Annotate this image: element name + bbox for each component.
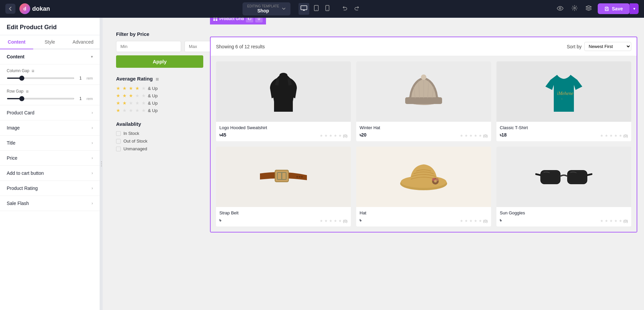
product-rating-winter-hat: ★ ★ ★ ★ ★ (0) (460, 134, 488, 138)
sidebar-item-image[interactable]: Image › (0, 120, 100, 136)
sidebar-item-sale-flash[interactable]: Sale Flash › (0, 196, 100, 211)
settings-button[interactable] (570, 3, 580, 15)
tablet-icon (314, 5, 319, 11)
save-label: Save (612, 6, 623, 11)
star-4: ★ (135, 86, 140, 91)
rating-3-row[interactable]: ★ ★ ★ ★ ★ & Up (116, 93, 203, 98)
product-rating-sunglasses: ★ ★ ★ ★ ★ (0) (600, 219, 628, 223)
add-to-cart-label: Add to cart button (7, 170, 44, 176)
topbar-left: d dokan (5, 3, 50, 14)
product-image-hoodie (216, 61, 351, 122)
panel-content: Content ▾ Column Gap 🖥 1 rem Row Gap (0, 49, 100, 310)
star-1: ★ (116, 93, 120, 98)
rating-1-row[interactable]: ★ ★ ★ ★ ★ & Up (116, 108, 203, 113)
availability-filter-title: Availablity (116, 121, 203, 127)
svg-point-2 (316, 9, 317, 10)
product-image-winter-hat (356, 61, 491, 122)
svg-rect-10 (216, 18, 217, 18)
product-price-straw-hat: ৳ (360, 217, 361, 223)
column-gap-unit: rem (87, 76, 93, 80)
sidebar-item-product-card[interactable]: Product Card › (0, 105, 100, 120)
undo-button[interactable] (339, 3, 350, 14)
product-name-sunglasses: Sun Goggles (500, 210, 628, 215)
column-gap-slider[interactable] (7, 78, 74, 79)
sidebar-item-add-to-cart[interactable]: Add to cart button › (0, 166, 100, 181)
products-grid: Logo Hooded Sweatshirt ৳45 ★ ★ ★ ★ ★ (211, 56, 637, 232)
product-card-sunglasses[interactable]: Sun Goggles ৳ ★ ★ ★ ★ ★ (0 (496, 147, 631, 226)
column-gap-slider-row: 1 rem (7, 76, 93, 81)
star-1: ★ (116, 108, 120, 113)
copy-icon (248, 18, 252, 20)
grid-delete-button[interactable] (255, 18, 263, 22)
price-min-input[interactable] (116, 41, 181, 52)
rating-4-row[interactable]: ★ ★ ★ ★ ★ & Up (116, 86, 203, 91)
save-arrow-button[interactable]: ▾ (630, 3, 639, 14)
mobile-icon (325, 5, 329, 11)
product-info-sunglasses: Sun Goggles ৳ ★ ★ ★ ★ ★ (0 (496, 207, 631, 226)
straw-hat-svg (397, 155, 450, 199)
save-button[interactable]: Save (598, 3, 630, 14)
editing-template-content: EDITING TEMPLATE Shop (247, 4, 279, 13)
sidebar-item-price[interactable]: Price › (0, 151, 100, 166)
product-rating-tshirt: ★ ★ ★ ★ ★ (0) (600, 134, 628, 138)
product-name-winter-hat: Winter Hat (360, 125, 488, 130)
rating-2-row[interactable]: ★ ★ ★ ★ ★ & Up (116, 100, 203, 106)
column-gap-label: Column Gap 🖥 (7, 68, 93, 73)
product-card-hoodie[interactable]: Logo Hooded Sweatshirt ৳45 ★ ★ ★ ★ ★ (216, 61, 351, 141)
availability-in-stock[interactable]: In Stock (116, 131, 203, 136)
grid-copy-button[interactable] (246, 18, 253, 22)
out-of-stock-checkbox[interactable] (116, 139, 121, 144)
content-section-arrow: ▾ (91, 54, 93, 59)
rating-3-label: & Up (148, 93, 158, 98)
svg-rect-0 (301, 6, 307, 10)
svg-point-6 (574, 7, 576, 9)
row-gap-slider[interactable] (7, 98, 74, 99)
product-card-straw-hat[interactable]: Hat ৳ ★ ★ ★ ★ ★ (0) (356, 147, 491, 226)
tab-advanced[interactable]: Advanced (66, 35, 100, 49)
star-4: ★ (135, 93, 140, 98)
product-info-tshirt: Classic T-Shirt ৳18 ★ ★ ★ ★ ★ (496, 122, 631, 141)
preview-button[interactable] (555, 3, 566, 14)
availability-out-of-stock[interactable]: Out of Stock (116, 139, 203, 144)
sidebar-item-product-rating[interactable]: Product Rating › (0, 181, 100, 196)
tab-style[interactable]: Style (33, 35, 66, 49)
layers-button[interactable] (584, 3, 594, 14)
sort-select[interactable]: Newest First Oldest First Price Low to H… (584, 42, 631, 51)
price-filter-title: Filter by Price (116, 31, 203, 37)
back-button[interactable] (5, 4, 15, 14)
sunglasses-svg (535, 160, 592, 194)
resize-handle[interactable] (100, 18, 103, 310)
tab-content[interactable]: Content (0, 35, 33, 49)
content-section-header[interactable]: Content ▾ (0, 49, 100, 64)
redo-button[interactable] (352, 3, 362, 14)
unmanaged-checkbox[interactable] (116, 147, 121, 151)
svg-rect-7 (606, 7, 608, 8)
save-button-group: Save ▾ (598, 3, 639, 14)
title-label: Title (7, 140, 15, 146)
product-info-straw-hat: Hat ৳ ★ ★ ★ ★ ★ (0) (356, 207, 491, 226)
editing-template-button[interactable]: EDITING TEMPLATE Shop (243, 2, 290, 15)
product-card-belt[interactable]: Strap Belt ৳ ★ ★ ★ ★ ★ (0) (216, 147, 351, 226)
tablet-device-button[interactable] (312, 3, 321, 15)
mobile-device-button[interactable] (323, 3, 331, 15)
trash-icon (257, 18, 261, 20)
editing-template-value: Shop (257, 8, 269, 13)
filter-icon: ⊠ (156, 77, 159, 81)
product-rating-belt: ★ ★ ★ ★ ★ (0) (320, 219, 347, 223)
desktop-device-button[interactable] (299, 3, 309, 15)
topbar-center: EDITING TEMPLATE Shop (243, 2, 362, 15)
rating-filter-section: Average Rating ⊠ ★ ★ ★ ★ ★ & Up ★ (116, 76, 203, 113)
left-panel: Edit Product Grid Content Style Advanced… (0, 18, 100, 310)
svg-point-22 (421, 74, 426, 80)
star-1: ★ (116, 86, 120, 91)
sidebar-item-title[interactable]: Title › (0, 136, 100, 151)
star-1: ★ (116, 100, 120, 106)
availability-unmanaged[interactable]: Unmanaged (116, 146, 203, 151)
in-stock-checkbox[interactable] (116, 131, 121, 136)
out-of-stock-label: Out of Stock (123, 139, 148, 144)
product-card-winter-hat[interactable]: Winter Hat ৳20 ★ ★ ★ ★ ★ ( (356, 61, 491, 141)
star-4: ★ (135, 100, 140, 106)
apply-button[interactable]: Apply (116, 55, 203, 68)
product-price-belt: ৳ (219, 217, 221, 223)
product-card-tshirt[interactable]: iMehene ~ Classic T-Shirt ৳18 ★ (496, 61, 631, 141)
